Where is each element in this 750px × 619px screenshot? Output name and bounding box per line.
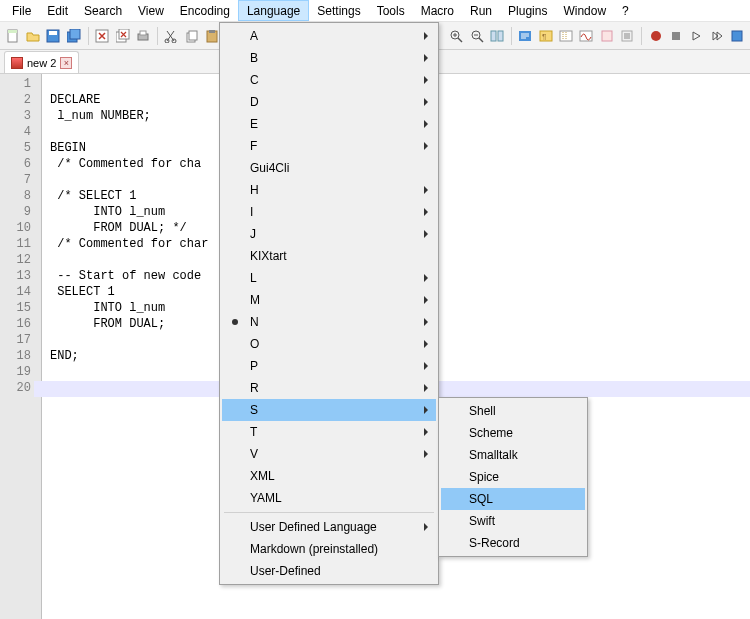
submenu-arrow-icon — [424, 230, 428, 238]
lang-menu-item-gui4cli[interactable]: Gui4Cli — [222, 157, 436, 179]
submenu-item-sql[interactable]: SQL — [441, 488, 585, 510]
toolbar-separator — [641, 27, 642, 45]
line-number: 7 — [0, 173, 41, 189]
new-file-icon[interactable] — [4, 27, 21, 45]
document-tab[interactable]: new 2 × — [4, 51, 79, 73]
lang-menu-item-r[interactable]: R — [222, 377, 436, 399]
lang-menu-item-i[interactable]: I — [222, 201, 436, 223]
menu-macro[interactable]: Macro — [413, 0, 462, 21]
menu-item-label: XML — [250, 469, 275, 483]
svg-rect-29 — [672, 32, 680, 40]
submenu-arrow-icon — [424, 318, 428, 326]
menu-settings[interactable]: Settings — [309, 0, 368, 21]
tab-close-button[interactable]: × — [60, 57, 72, 69]
menu-tools[interactable]: Tools — [369, 0, 413, 21]
submenu-arrow-icon — [424, 32, 428, 40]
menu-window[interactable]: Window — [555, 0, 614, 21]
show-chars-icon[interactable]: ¶ — [537, 27, 554, 45]
lang-menu-item-j[interactable]: J — [222, 223, 436, 245]
lang-menu-item-p[interactable]: P — [222, 355, 436, 377]
svg-rect-14 — [189, 31, 197, 40]
lang-menu-item-a[interactable]: A — [222, 25, 436, 47]
save-all-icon[interactable] — [65, 27, 82, 45]
menu-item-label: E — [250, 117, 258, 131]
menu-search[interactable]: Search — [76, 0, 130, 21]
menu-item-label: M — [250, 293, 260, 307]
line-number: 14 — [0, 285, 41, 301]
menu-help[interactable]: ? — [614, 0, 637, 21]
menu-item-label: Scheme — [469, 426, 513, 440]
lang-menu-item-o[interactable]: O — [222, 333, 436, 355]
save-macro-icon[interactable] — [728, 27, 745, 45]
line-number: 3 — [0, 109, 41, 125]
language-menu: ABCDEFGui4CliHIJKIXtartLMNOPRSTVXMLYAMLU… — [219, 22, 439, 585]
menu-language[interactable]: Language — [238, 0, 309, 21]
lang-menu-item-h[interactable]: H — [222, 179, 436, 201]
lang-menu-item-n[interactable]: N — [222, 311, 436, 333]
menu-item-label: J — [250, 227, 256, 241]
submenu-arrow-icon — [424, 120, 428, 128]
svg-rect-20 — [498, 31, 503, 41]
lang-menu-item-user-defined-language[interactable]: User Defined Language — [222, 516, 436, 538]
submenu-arrow-icon — [424, 142, 428, 150]
lang-menu-item-markdown-(preinstalled)[interactable]: Markdown (preinstalled) — [222, 538, 436, 560]
submenu-arrow-icon — [424, 76, 428, 84]
save-icon[interactable] — [45, 27, 62, 45]
submenu-item-shell[interactable]: Shell — [441, 400, 585, 422]
menu-item-label: Shell — [469, 404, 496, 418]
submenu-arrow-icon — [424, 98, 428, 106]
menu-file[interactable]: File — [4, 0, 39, 21]
submenu-arrow-icon — [424, 340, 428, 348]
lang-menu-item-yaml[interactable]: YAML — [222, 487, 436, 509]
lang-menu-item-t[interactable]: T — [222, 421, 436, 443]
submenu-item-scheme[interactable]: Scheme — [441, 422, 585, 444]
lang-menu-item-m[interactable]: M — [222, 289, 436, 311]
lang-menu-item-user-defined[interactable]: User-Defined — [222, 560, 436, 582]
open-file-icon[interactable] — [24, 27, 41, 45]
svg-rect-19 — [491, 31, 496, 41]
submenu-item-spice[interactable]: Spice — [441, 466, 585, 488]
close-all-icon[interactable] — [114, 27, 131, 45]
svg-rect-3 — [49, 31, 57, 35]
lang-menu-item-d[interactable]: D — [222, 91, 436, 113]
menu-edit[interactable]: Edit — [39, 0, 76, 21]
doc-map-icon[interactable] — [598, 27, 615, 45]
udl-icon[interactable] — [578, 27, 595, 45]
menu-item-label: O — [250, 337, 259, 351]
zoom-in-icon[interactable] — [447, 27, 464, 45]
stop-macro-icon[interactable] — [667, 27, 684, 45]
lang-menu-item-kixtart[interactable]: KIXtart — [222, 245, 436, 267]
doc-list-icon[interactable] — [619, 27, 636, 45]
document-icon — [11, 57, 23, 69]
submenu-item-swift[interactable]: Swift — [441, 510, 585, 532]
sync-scroll-icon[interactable] — [488, 27, 505, 45]
menu-run[interactable]: Run — [462, 0, 500, 21]
lang-menu-item-l[interactable]: L — [222, 267, 436, 289]
lang-menu-item-c[interactable]: C — [222, 69, 436, 91]
submenu-item-s-record[interactable]: S-Record — [441, 532, 585, 554]
submenu-item-smalltalk[interactable]: Smalltalk — [441, 444, 585, 466]
copy-icon[interactable] — [183, 27, 200, 45]
menu-item-label: L — [250, 271, 257, 285]
zoom-out-icon[interactable] — [468, 27, 485, 45]
lang-menu-item-f[interactable]: F — [222, 135, 436, 157]
menu-view[interactable]: View — [130, 0, 172, 21]
lang-menu-item-xml[interactable]: XML — [222, 465, 436, 487]
menu-encoding[interactable]: Encoding — [172, 0, 238, 21]
cut-icon[interactable] — [163, 27, 180, 45]
play-macro-icon[interactable] — [688, 27, 705, 45]
line-number: 19 — [0, 365, 41, 381]
close-icon[interactable] — [94, 27, 111, 45]
lang-menu-item-b[interactable]: B — [222, 47, 436, 69]
print-icon[interactable] — [134, 27, 151, 45]
lang-menu-item-v[interactable]: V — [222, 443, 436, 465]
lang-menu-item-s[interactable]: S — [222, 399, 436, 421]
lang-menu-item-e[interactable]: E — [222, 113, 436, 135]
line-number: 6 — [0, 157, 41, 173]
menu-plugins[interactable]: Plugins — [500, 0, 555, 21]
record-macro-icon[interactable] — [647, 27, 664, 45]
menu-item-label: Spice — [469, 470, 499, 484]
play-multi-icon[interactable] — [708, 27, 725, 45]
indent-guide-icon[interactable] — [557, 27, 574, 45]
word-wrap-icon[interactable] — [517, 27, 534, 45]
